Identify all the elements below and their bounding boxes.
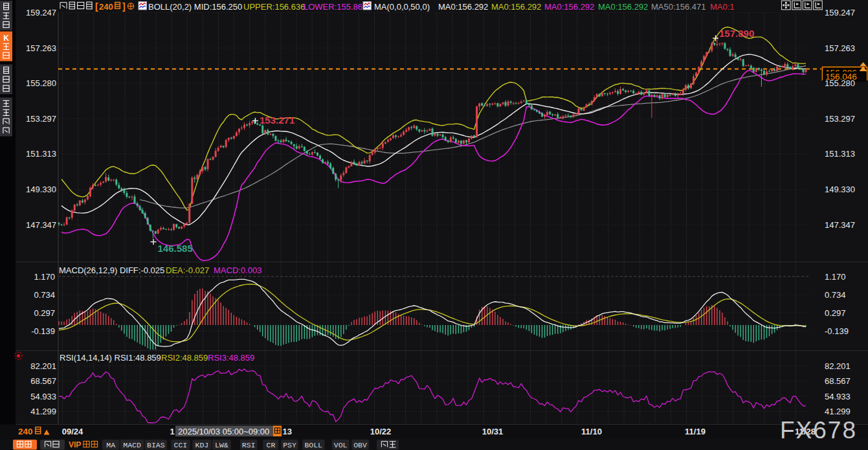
svg-text:155.280: 155.280	[26, 78, 56, 88]
svg-text:-0.139: -0.139	[825, 326, 849, 336]
svg-text:10/22: 10/22	[370, 427, 392, 436]
svg-text:MACD(26,12,9) DIFF:-0.025: MACD(26,12,9) DIFF:-0.025	[59, 265, 164, 275]
svg-text:MA0:156.292: MA0:156.292	[544, 2, 594, 12]
svg-text:1.170: 1.170	[825, 272, 846, 282]
svg-text:]: ]	[122, 1, 126, 12]
svg-text:153.297: 153.297	[26, 114, 56, 124]
svg-text:151.313: 151.313	[825, 149, 855, 159]
svg-text:-0.139: -0.139	[31, 326, 55, 336]
svg-text:RSI: RSI	[242, 441, 256, 449]
svg-text:PSY: PSY	[283, 441, 296, 449]
svg-text:68.567: 68.567	[30, 376, 56, 386]
svg-text:LOWER:155.865: LOWER:155.865	[304, 2, 367, 12]
svg-text:149.330: 149.330	[26, 185, 56, 194]
svg-text:CR: CR	[266, 441, 275, 449]
svg-text:149.330: 149.330	[825, 185, 855, 194]
svg-text:1.170: 1.170	[34, 272, 55, 282]
svg-text:146.585: 146.585	[158, 243, 193, 254]
svg-text:CCI: CCI	[174, 441, 188, 449]
svg-text:OBV: OBV	[353, 441, 367, 449]
svg-text:BOLL(20,2) MID:156.250: BOLL(20,2) MID:156.250	[148, 2, 242, 12]
svg-text:68.567: 68.567	[825, 376, 851, 386]
svg-text:41.299: 41.299	[825, 407, 851, 416]
svg-text:MA0:156.292: MA0:156.292	[598, 2, 648, 12]
svg-text:159.247: 159.247	[825, 8, 855, 17]
svg-text:MA0:1: MA0:1	[710, 2, 735, 12]
svg-text:11/19: 11/19	[685, 427, 706, 436]
svg-text:13: 13	[283, 427, 292, 436]
svg-text:MA: MA	[106, 441, 115, 449]
svg-text:RSI3:48.859: RSI3:48.859	[208, 353, 254, 363]
svg-text:157.263: 157.263	[825, 43, 855, 53]
svg-text:LW&: LW&	[215, 441, 228, 449]
svg-text:1: 1	[170, 427, 174, 436]
svg-text:155.280: 155.280	[825, 78, 855, 88]
svg-text:VOL: VOL	[334, 441, 348, 449]
svg-text:0.734: 0.734	[825, 290, 846, 300]
svg-text:41.299: 41.299	[30, 407, 56, 416]
svg-text:153.297: 153.297	[825, 114, 855, 124]
svg-text:157.263: 157.263	[26, 43, 56, 53]
svg-text:MACD:0.003: MACD:0.003	[214, 265, 262, 275]
svg-text:MA50:156.471: MA50:156.471	[651, 2, 706, 12]
svg-text:240: 240	[99, 2, 113, 12]
svg-text:153.271: 153.271	[260, 115, 295, 126]
svg-text:157.890: 157.890	[719, 28, 754, 39]
svg-text:DEA:-0.027: DEA:-0.027	[166, 265, 209, 275]
svg-text:MA0:156.292: MA0:156.292	[438, 2, 488, 12]
svg-text:MA(0,0,0,50,0): MA(0,0,0,50,0)	[374, 2, 430, 12]
svg-text:151.313: 151.313	[26, 149, 56, 159]
svg-text:10/31: 10/31	[482, 427, 504, 436]
svg-text:54.933: 54.933	[30, 392, 56, 401]
svg-text:11/10: 11/10	[581, 427, 602, 436]
svg-text:BOLL: BOLL	[304, 441, 322, 449]
svg-text:RSI(14,14,14) RSI1:48.859: RSI(14,14,14) RSI1:48.859	[60, 353, 161, 363]
svg-text:VIP: VIP	[69, 440, 81, 449]
svg-text:MACD: MACD	[123, 441, 141, 449]
svg-text:UPPER:156.636: UPPER:156.636	[243, 2, 305, 12]
svg-text:[: [	[95, 1, 98, 12]
svg-text:RSI2:48.859: RSI2:48.859	[161, 353, 208, 363]
svg-text:MA0:156.292: MA0:156.292	[491, 2, 541, 12]
svg-text:82.201: 82.201	[825, 361, 851, 371]
svg-text:K: K	[3, 34, 9, 43]
svg-text:FX678: FX678	[780, 417, 857, 444]
svg-text:BIAS: BIAS	[147, 441, 165, 449]
svg-text:147.347: 147.347	[26, 220, 56, 230]
svg-text:147.347: 147.347	[825, 220, 855, 230]
svg-text:82.201: 82.201	[30, 361, 56, 371]
svg-text:0.734: 0.734	[34, 290, 55, 300]
svg-text:0.297: 0.297	[825, 308, 846, 318]
svg-text:2025/10/03 05:00~09:00: 2025/10/03 05:00~09:00	[178, 427, 269, 436]
svg-text:09/24: 09/24	[62, 427, 83, 436]
svg-text:54.933: 54.933	[825, 392, 851, 401]
svg-text:0.297: 0.297	[34, 308, 55, 318]
svg-text:159.247: 159.247	[26, 8, 56, 17]
svg-text:240: 240	[18, 427, 33, 436]
svg-text:KDJ: KDJ	[195, 441, 209, 449]
